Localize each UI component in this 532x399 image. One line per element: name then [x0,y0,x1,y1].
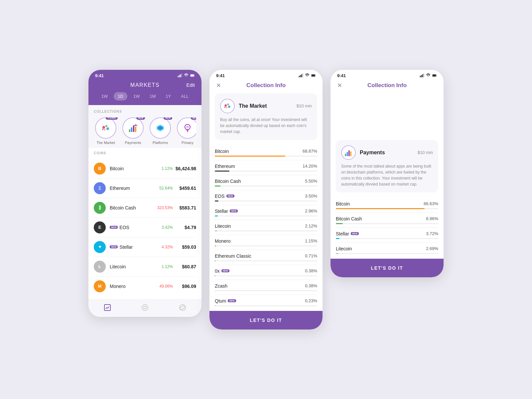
list-item-eos: EOS NEW 3.50% [215,190,317,205]
svg-rect-39 [421,75,422,77]
stellar-info: NEW Stellar [110,244,154,250]
collection-payments[interactable]: NEW Payments [121,117,145,145]
collection-card-market: The Market $10 min Buy all the coins, al… [215,93,317,140]
coin-row-stellar[interactable]: ✦ NEW Stellar 4.32% $59.03 [94,237,196,257]
signal-icon [178,73,182,78]
list-eos-name: EOS NEW [215,194,305,199]
market-icon [100,123,111,133]
collection-card-name-market: The Market [239,103,293,109]
collection-market-badge: +COINS [106,117,118,120]
svg-point-33 [224,104,227,106]
coin-row-eos[interactable]: E NEW EOS 3.42% $4.79 [94,218,196,237]
filter-1w-first[interactable]: 1W [97,92,112,100]
battery-icon-2 [311,73,316,78]
collection-payments-name: Payments [125,141,141,145]
chart-icon [103,304,111,312]
planet-icon [179,304,187,312]
eos-price: $4.79 [173,225,196,230]
list-stellar-p-name: Stellar NEW [336,231,426,236]
list-etc-pct: 0.71% [305,253,317,258]
close-button-2[interactable]: ✕ [216,82,221,89]
list-bitcoin-cash-p-pct: 6.96% [426,216,438,221]
bitcoin-info: Bitcoin [110,166,154,171]
nav-chart[interactable] [103,303,112,312]
coin-row-monero[interactable]: M Monero 49.06% $96.09 [94,277,196,296]
collection-card-payments: Payments $10 min Some of the most talked… [336,140,438,193]
collections-row: +COINS The Market NEW [94,117,196,145]
circle-icon [141,304,149,312]
collection-platforms-name: Platforms [153,141,168,145]
collection-info-header-2: ✕ Collection Info [209,80,323,93]
filter-1m[interactable]: 1M [146,92,160,100]
filter-1d[interactable]: 1D [114,92,127,100]
list-qtum-pct: 0.23% [305,298,317,303]
list-bitcoin-cash-p-name: Bitcoin Cash [336,216,426,221]
list-item-stellar: Stellar NEW 2.96% [215,205,317,220]
filter-1y[interactable]: 1Y [162,92,175,100]
collection-card-desc-payments: Some of the most talked about apps are b… [341,163,433,187]
list-bitcoin-cash-pct: 5.50% [305,179,317,184]
svg-point-7 [105,125,107,127]
battery-icon-3 [432,73,437,78]
list-eos-badge: NEW [226,195,234,198]
list-monero-name: Monero [215,238,305,244]
stellar-icon: ✦ [94,241,106,253]
svg-rect-14 [135,127,136,132]
coin-row-litecoin[interactable]: Ł Litecoin 1.12% $60.87 [94,257,196,277]
nav-explore[interactable] [178,303,187,312]
coin-row-bitcoin[interactable]: B Bitcoin 1.12% $6,424.98 [94,159,196,179]
filter-all[interactable]: ALL [177,92,193,100]
wifi-icon [184,73,189,78]
collection-info-body-3: Payments $10 min Some of the most talked… [331,140,444,257]
list-item-ethereum: Ethereum 14.20% [215,160,317,175]
list-stellar-badge: NEW [230,209,238,212]
list-qtum-badge: NEW [228,299,236,302]
list-litecoin-p-name: Litecoin [336,246,426,251]
payments-icon [128,123,138,133]
svg-marker-15 [134,124,138,126]
list-item-bitcoin: Bitcoin 68.87% [215,145,317,160]
stellar-price: $59.03 [173,244,196,250]
filter-1w[interactable]: 1W [129,92,144,100]
close-button-3[interactable]: ✕ [337,82,342,89]
list-stellar-p-pct: 3.72% [426,231,438,236]
list-litecoin-pct: 2.12% [305,223,317,228]
svg-rect-45 [347,152,348,156]
bitcoin-icon: B [94,163,106,175]
lets-do-it-button-3[interactable]: LET'S DO IT [331,259,444,277]
coin-row-ethereum[interactable]: Ξ Ethereum 52.64% $459.61 [94,179,196,198]
collection-platforms-circle: NEW [150,117,171,139]
market-card-icon [223,101,232,111]
ethereum-icon: Ξ [94,182,106,194]
market-collection-screen: 9:41 ✕ Collection Info [209,70,323,330]
coin-row-bitcoin-cash[interactable]: ₿ Bitcoin Cash 323.53% $583.71 [94,198,196,218]
svg-rect-28 [300,75,301,77]
collection-card-desc-market: Buy all the coins, all at once! Your inv… [220,117,312,135]
monero-icon: M [94,280,106,292]
svg-rect-44 [345,154,346,156]
list-item-bitcoin-p: Bitcoin 86.63% [336,198,438,213]
litecoin-change: 1.12% [154,264,173,269]
collection-privacy[interactable]: NEW Privacy [176,117,196,145]
list-stellar-p-badge: NEW [351,232,359,235]
monero-price: $96.09 [173,284,196,289]
collection-market-name: The Market [96,141,115,145]
new-badge-stellar: NEW [110,245,118,248]
collection-platforms[interactable]: NEW Platforms [148,117,172,145]
svg-rect-5 [191,75,194,76]
time-3: 9:41 [337,73,346,78]
svg-marker-21 [186,129,189,133]
bitcoin-cash-name: Bitcoin Cash [110,205,154,210]
bitcoin-price: $6,424.98 [173,166,196,171]
lets-do-it-button-2[interactable]: LET'S DO IT [209,311,323,330]
monero-name: Monero [110,284,154,289]
list-bitcoin-cash-name: Bitcoin Cash [215,179,305,184]
litecoin-name: Litecoin [110,264,154,269]
monero-change: 49.06% [154,284,173,289]
list-bitcoin-p-pct: 86.63% [424,201,438,206]
list-litecoin-p-pct: 2.69% [426,246,438,251]
collection-market[interactable]: +COINS The Market [94,117,118,145]
list-item-litecoin-p: Litecoin 2.69% [336,243,438,257]
edit-button[interactable]: Edit [186,82,195,88]
nav-circle[interactable] [140,303,150,312]
